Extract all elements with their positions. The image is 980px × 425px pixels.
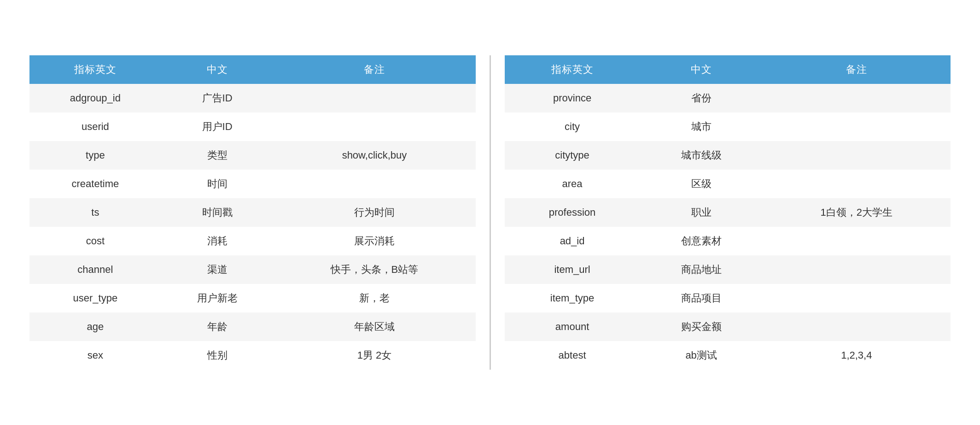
cell-zh: 省份 bbox=[640, 84, 763, 112]
table-row: area区级 bbox=[505, 170, 951, 198]
cell-zh: 消耗 bbox=[161, 227, 274, 255]
table-row: province省份 bbox=[505, 84, 951, 112]
cell-en: adgroup_id bbox=[29, 84, 161, 112]
cell-note bbox=[763, 112, 951, 141]
cell-zh: 广告ID bbox=[161, 84, 274, 112]
cell-en: user_type bbox=[29, 284, 161, 313]
cell-en: city bbox=[505, 112, 640, 141]
cell-zh: 用户ID bbox=[161, 112, 274, 141]
cell-zh: 性别 bbox=[161, 341, 274, 370]
left-col-header-note: 备注 bbox=[273, 55, 475, 84]
cell-en: citytype bbox=[505, 141, 640, 170]
table-row: ad_id创意素材 bbox=[505, 227, 951, 255]
cell-zh: 职业 bbox=[640, 198, 763, 227]
cell-note: 快手，头条，B站等 bbox=[273, 255, 475, 284]
table-row: citytype城市线级 bbox=[505, 141, 951, 170]
cell-en: ad_id bbox=[505, 227, 640, 255]
left-table-wrapper: 指标英文 中文 备注 adgroup_id广告IDuserid用户IDtype类… bbox=[29, 55, 476, 370]
cell-en: province bbox=[505, 84, 640, 112]
cell-note bbox=[763, 284, 951, 313]
cell-en: type bbox=[29, 141, 161, 170]
left-table: 指标英文 中文 备注 adgroup_id广告IDuserid用户IDtype类… bbox=[29, 55, 476, 370]
cell-zh: 商品地址 bbox=[640, 255, 763, 284]
cell-en: channel bbox=[29, 255, 161, 284]
cell-note: 1男 2女 bbox=[273, 341, 475, 370]
cell-en: userid bbox=[29, 112, 161, 141]
cell-zh: ab测试 bbox=[640, 341, 763, 370]
cell-zh: 区级 bbox=[640, 170, 763, 198]
cell-en: amount bbox=[505, 313, 640, 341]
cell-note bbox=[763, 227, 951, 255]
cell-note: 行为时间 bbox=[273, 198, 475, 227]
cell-en: createtime bbox=[29, 170, 161, 198]
right-table-body: province省份city城市citytype城市线级area区级profes… bbox=[505, 84, 951, 370]
right-table-header-row: 指标英文 中文 备注 bbox=[505, 55, 951, 84]
left-col-header-en: 指标英文 bbox=[29, 55, 161, 84]
table-row: age年龄年龄区域 bbox=[29, 313, 476, 341]
cell-en: cost bbox=[29, 227, 161, 255]
cell-note bbox=[273, 84, 475, 112]
cell-note: 新，老 bbox=[273, 284, 475, 313]
left-table-body: adgroup_id广告IDuserid用户IDtype类型show,click… bbox=[29, 84, 476, 370]
table-row: createtime时间 bbox=[29, 170, 476, 198]
cell-zh: 渠道 bbox=[161, 255, 274, 284]
cell-zh: 用户新老 bbox=[161, 284, 274, 313]
cell-zh: 创意素材 bbox=[640, 227, 763, 255]
cell-zh: 类型 bbox=[161, 141, 274, 170]
table-row: user_type用户新老新，老 bbox=[29, 284, 476, 313]
cell-zh: 城市线级 bbox=[640, 141, 763, 170]
cell-zh: 时间戳 bbox=[161, 198, 274, 227]
cell-note: show,click,buy bbox=[273, 141, 475, 170]
cell-zh: 时间 bbox=[161, 170, 274, 198]
cell-note bbox=[763, 313, 951, 341]
cell-note bbox=[273, 170, 475, 198]
cell-note bbox=[763, 170, 951, 198]
table-row: item_type商品项目 bbox=[505, 284, 951, 313]
right-col-header-note: 备注 bbox=[763, 55, 951, 84]
table-row: item_url商品地址 bbox=[505, 255, 951, 284]
cell-zh: 年龄 bbox=[161, 313, 274, 341]
left-col-header-zh: 中文 bbox=[161, 55, 274, 84]
cell-en: area bbox=[505, 170, 640, 198]
cell-note bbox=[763, 84, 951, 112]
cell-note: 展示消耗 bbox=[273, 227, 475, 255]
cell-en: age bbox=[29, 313, 161, 341]
cell-en: abtest bbox=[505, 341, 640, 370]
right-col-header-en: 指标英文 bbox=[505, 55, 640, 84]
cell-en: item_url bbox=[505, 255, 640, 284]
table-row: type类型show,click,buy bbox=[29, 141, 476, 170]
cell-note: 年龄区域 bbox=[273, 313, 475, 341]
left-table-header-row: 指标英文 中文 备注 bbox=[29, 55, 476, 84]
page-container: 指标英文 中文 备注 adgroup_id广告IDuserid用户IDtype类… bbox=[29, 55, 951, 370]
cell-en: ts bbox=[29, 198, 161, 227]
right-col-header-zh: 中文 bbox=[640, 55, 763, 84]
cell-en: sex bbox=[29, 341, 161, 370]
cell-zh: 商品项目 bbox=[640, 284, 763, 313]
cell-note bbox=[763, 255, 951, 284]
table-row: city城市 bbox=[505, 112, 951, 141]
cell-zh: 城市 bbox=[640, 112, 763, 141]
cell-en: item_type bbox=[505, 284, 640, 313]
right-table-wrapper: 指标英文 中文 备注 province省份city城市citytype城市线级a… bbox=[505, 55, 951, 370]
right-table: 指标英文 中文 备注 province省份city城市citytype城市线级a… bbox=[505, 55, 951, 370]
table-row: cost消耗展示消耗 bbox=[29, 227, 476, 255]
cell-note bbox=[273, 112, 475, 141]
cell-zh: 购买金额 bbox=[640, 313, 763, 341]
cell-en: profession bbox=[505, 198, 640, 227]
table-row: profession职业1白领，2大学生 bbox=[505, 198, 951, 227]
table-divider bbox=[490, 55, 491, 370]
cell-note: 1白领，2大学生 bbox=[763, 198, 951, 227]
table-row: sex性别1男 2女 bbox=[29, 341, 476, 370]
table-row: userid用户ID bbox=[29, 112, 476, 141]
table-row: amount购买金额 bbox=[505, 313, 951, 341]
cell-note bbox=[763, 141, 951, 170]
table-row: ts时间戳行为时间 bbox=[29, 198, 476, 227]
table-row: channel渠道快手，头条，B站等 bbox=[29, 255, 476, 284]
cell-note: 1,2,3,4 bbox=[763, 341, 951, 370]
table-row: adgroup_id广告ID bbox=[29, 84, 476, 112]
table-row: abtestab测试1,2,3,4 bbox=[505, 341, 951, 370]
